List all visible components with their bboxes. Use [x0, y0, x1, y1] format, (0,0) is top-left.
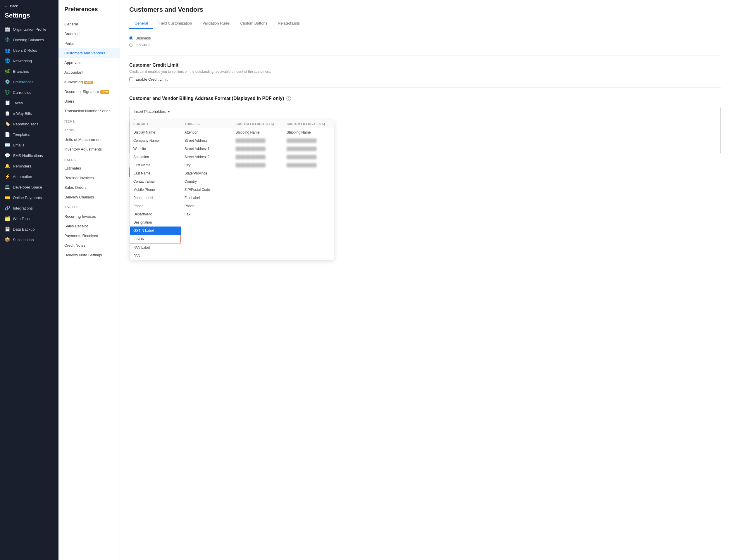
sidebar-item-online-payments[interactable]: 💳Online Payments: [0, 192, 58, 203]
sidebar-item-data-backup[interactable]: 💾Data Backup: [0, 224, 58, 234]
middle-panel: Preferences GeneralBrandingPortalCustome…: [58, 0, 120, 560]
middle-nav-item-recurring-invoices[interactable]: Recurring Invoices: [58, 212, 120, 221]
sidebar-item-opening-balances[interactable]: ⚖️Opening Balances: [0, 34, 58, 45]
middle-nav-item-general[interactable]: General: [58, 19, 120, 29]
sidebar-item-label: Automation: [13, 174, 54, 179]
middle-nav-item-document-signature[interactable]: Document SignatureNEW: [58, 87, 120, 96]
dropdown-item[interactable]: Attention: [181, 128, 232, 136]
dropdown-item[interactable]: State/Province: [181, 169, 232, 177]
dropdown-item[interactable]: Website: [130, 145, 181, 153]
dropdown-item[interactable]: GSTIN Label: [130, 227, 181, 235]
sidebar-item-branches[interactable]: 🌿Branches: [0, 66, 58, 77]
tab-custom-buttons[interactable]: Custom Buttons: [235, 18, 272, 29]
middle-nav-item-credit-notes[interactable]: Credit Notes: [58, 241, 120, 250]
sidebar-item-label: Taxes: [13, 101, 54, 105]
tab-validation-rules[interactable]: Validation Rules: [197, 18, 235, 29]
dropdown-item[interactable]: Department: [130, 210, 181, 218]
dropdown-item[interactable]: ████████████: [232, 153, 283, 161]
middle-nav-item-transaction-number-series[interactable]: Transaction Number Series: [58, 106, 120, 116]
dropdown-item[interactable]: ████████████: [283, 161, 334, 169]
middle-nav-item-users[interactable]: Users: [58, 96, 120, 106]
enable-credit-limit-checkbox[interactable]: [129, 77, 133, 81]
sidebar-item-currencies[interactable]: 💱Currencies: [0, 87, 58, 98]
middle-nav-item-branding[interactable]: Branding: [58, 29, 120, 39]
middle-nav-item-customers-vendors[interactable]: Customers and Vendors: [58, 48, 120, 58]
middle-nav-item-units-of-measurement[interactable]: Units of Measurement: [58, 135, 120, 144]
radio-business[interactable]: [129, 36, 133, 40]
middle-nav-item-items[interactable]: Items: [58, 125, 120, 135]
dropdown-item[interactable]: Phone: [181, 202, 232, 210]
sidebar-item-org-profile[interactable]: 🏢Organization Profile: [0, 24, 58, 34]
middle-nav-item-estimates[interactable]: Estimates: [58, 163, 120, 173]
dropdown-item[interactable]: Company Name: [130, 136, 181, 145]
dropdown-item[interactable]: Last Name: [130, 169, 181, 177]
tab-related-lists[interactable]: Related Lists: [272, 18, 305, 29]
dropdown-item[interactable]: ZIP/Postal Code: [181, 186, 232, 194]
tab-general[interactable]: General: [129, 18, 153, 29]
sidebar-item-automation[interactable]: ⚡Automation: [0, 171, 58, 182]
dropdown-item[interactable]: Mobile Phone: [130, 186, 181, 194]
page-title: Customers and Vendors: [129, 6, 721, 13]
sidebar-item-preferences[interactable]: ⚙️Preferences: [0, 77, 58, 87]
middle-nav-item-e-invoicing[interactable]: e-InvoicingNEW: [58, 77, 120, 87]
middle-nav-item-approvals[interactable]: Approvals: [58, 58, 120, 68]
dropdown-item[interactable]: Street Address: [181, 136, 232, 145]
middle-nav-item-delivery-note-settings[interactable]: Delivery Note Settings: [58, 250, 120, 260]
dropdown-item[interactable]: Display Name: [130, 128, 181, 136]
sidebar-item-users-roles[interactable]: 👥Users & Roles: [0, 45, 58, 56]
dropdown-item[interactable]: Country: [181, 177, 232, 186]
middle-nav-item-portal[interactable]: Portal: [58, 39, 120, 48]
sidebar-item-eway-bills[interactable]: 📋e-Way Bills: [0, 108, 58, 119]
sidebar-item-integrations[interactable]: 🔗Integrations: [0, 203, 58, 213]
dropdown-item[interactable]: Phone: [130, 202, 181, 210]
dropdown-item[interactable]: Phone Label: [130, 194, 181, 202]
sidebar-item-web-tabs[interactable]: 🗂️Web Tabs: [0, 213, 58, 224]
dropdown-item[interactable]: GSTIN: [130, 235, 181, 243]
radio-individual[interactable]: [129, 43, 133, 47]
middle-nav-item-sales-receipt[interactable]: Sales Receipt: [58, 221, 120, 231]
dropdown-item[interactable]: Designation: [130, 218, 181, 227]
middle-nav-item-retainer-invoices[interactable]: Retainer Invoices: [58, 173, 120, 183]
back-button[interactable]: ← Back: [0, 0, 58, 11]
dropdown-item[interactable]: Street Address1: [181, 145, 232, 153]
middle-nav-item-delivery-challans[interactable]: Delivery Challans: [58, 192, 120, 202]
middle-nav-item-invoices[interactable]: Invoices: [58, 202, 120, 212]
sidebar-item-label: Subscription: [13, 238, 54, 242]
middle-nav-item-inventory-adjustments[interactable]: Inventory Adjustments: [58, 144, 120, 154]
insert-placeholder-button[interactable]: Insert Placeholders ▾: [130, 107, 720, 116]
sidebar-item-reminders[interactable]: 🔔Reminders: [0, 161, 58, 171]
dropdown-item[interactable]: Street Address2: [181, 153, 232, 161]
sidebar-item-label: Integrations: [13, 206, 54, 210]
sidebar-item-developer-space[interactable]: 💻Developer Space: [0, 182, 58, 192]
sidebar-item-sms-notifications[interactable]: 💬SMS Notifications: [0, 150, 58, 161]
dropdown-item[interactable]: Fax: [181, 210, 232, 218]
main-header: Customers and Vendors GeneralField Custo…: [120, 0, 730, 29]
sidebar-item-templates[interactable]: 📄Templates: [0, 129, 58, 140]
dropdown-item[interactable]: ████████████: [232, 136, 283, 145]
dropdown-item[interactable]: City: [181, 161, 232, 169]
sidebar-item-label: Currencies: [13, 90, 54, 95]
dropdown-item[interactable]: PAN Label: [130, 243, 181, 252]
sidebar-item-reporting-tags[interactable]: 🏷️Reporting Tags: [0, 119, 58, 129]
sidebar-item-networking[interactable]: 🌐Networking: [0, 56, 58, 66]
dropdown-item[interactable]: ████████████: [283, 136, 334, 145]
dropdown-item[interactable]: ████████████: [232, 145, 283, 153]
sidebar-item-taxes[interactable]: 🧾Taxes: [0, 98, 58, 108]
dropdown-item[interactable]: Salutation: [130, 153, 181, 161]
dropdown-item[interactable]: ████████████: [232, 161, 283, 169]
dropdown-item[interactable]: Shipping Name: [232, 128, 283, 136]
dropdown-item[interactable]: Contact Email: [130, 177, 181, 186]
dropdown-item[interactable]: ████████████: [283, 153, 334, 161]
sidebar-item-subscription[interactable]: 📦Subscription: [0, 234, 58, 245]
help-icon[interactable]: ?: [286, 96, 291, 101]
dropdown-item[interactable]: First Name: [130, 161, 181, 169]
middle-nav-item-accountant[interactable]: Accountant: [58, 68, 120, 77]
dropdown-item[interactable]: Fax Label: [181, 194, 232, 202]
dropdown-item[interactable]: Shipping Name: [283, 128, 334, 136]
dropdown-item[interactable]: ████████████: [283, 145, 334, 153]
dropdown-item[interactable]: PAN: [130, 252, 181, 260]
middle-nav-item-sales-orders[interactable]: Sales Orders: [58, 183, 120, 192]
middle-nav-item-payments-received[interactable]: Payments Received: [58, 231, 120, 241]
tab-field-customization[interactable]: Field Customization: [153, 18, 197, 29]
sidebar-item-emails[interactable]: ✉️Emails: [0, 140, 58, 150]
